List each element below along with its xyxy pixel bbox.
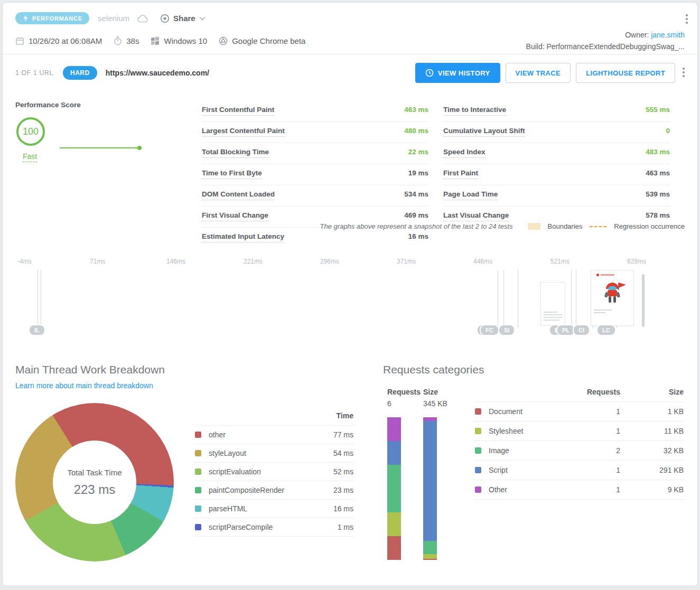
windows-icon bbox=[151, 36, 160, 45]
requests-table-row: Stylesheet111 KB bbox=[474, 422, 685, 441]
main-thread-heading: Main Thread Work Breakdown bbox=[15, 363, 354, 376]
regression-dash-icon bbox=[590, 226, 606, 227]
request-size: 1 KB bbox=[620, 407, 684, 416]
requests-table-header: . Requests Size bbox=[474, 383, 685, 402]
performance-badge: PERFORMANCE bbox=[15, 12, 89, 24]
metric-value: 555 ms bbox=[646, 106, 670, 114]
legend-label: parseHTML bbox=[209, 504, 247, 513]
view-history-label: VIEW HISTORY bbox=[438, 69, 490, 77]
legend-value: 77 ms bbox=[333, 430, 353, 439]
timeline-marker-line bbox=[498, 270, 498, 328]
timeline-marker-line bbox=[571, 270, 572, 328]
metric-value: 19 ms bbox=[408, 169, 428, 177]
filmstrip-thumbnail-blank[interactable] bbox=[540, 282, 565, 325]
metric-label: Speed Index bbox=[443, 148, 486, 158]
request-count: 2 bbox=[541, 446, 620, 455]
legend-value: 16 ms bbox=[333, 504, 353, 513]
metric-row: Total Blocking Time22 ms bbox=[202, 143, 428, 164]
filmstrip-thumbnail-robot[interactable] bbox=[591, 270, 634, 326]
requests-size-bar bbox=[423, 417, 437, 560]
category-swatch bbox=[475, 486, 481, 493]
report-header: PERFORMANCE selenium Share bbox=[3, 3, 697, 54]
metric-value: 539 ms bbox=[646, 190, 670, 198]
bar-segment-other bbox=[423, 417, 437, 421]
cloud-icon bbox=[137, 14, 148, 23]
timeline-marker-pill-si: SI bbox=[498, 324, 515, 336]
legend-value: 54 ms bbox=[333, 449, 353, 457]
bar-segment-stylesheet bbox=[423, 554, 437, 559]
request-count: 1 bbox=[541, 407, 620, 416]
url-kebab-menu[interactable] bbox=[683, 68, 685, 79]
view-history-button[interactable]: VIEW HISTORY bbox=[415, 63, 500, 83]
metric-label: Largest Contentful Paint bbox=[202, 127, 285, 137]
metric-row: Estimated Input Latency16 ms bbox=[202, 228, 428, 248]
metrics-timeline: -4ms71ms146ms221ms296ms371ms446ms521ms62… bbox=[15, 256, 685, 340]
request-size: 9 KB bbox=[620, 485, 684, 494]
request-count: 1 bbox=[541, 427, 620, 435]
request-category: Image bbox=[475, 446, 541, 455]
bar-segment-document bbox=[387, 536, 401, 560]
metric-label: First Paint bbox=[443, 169, 478, 179]
metric-row: Page Load Time539 ms bbox=[443, 185, 670, 207]
legend-value: 52 ms bbox=[333, 467, 353, 476]
category-swatch bbox=[475, 467, 481, 473]
owner-link[interactable]: jane.smith bbox=[651, 31, 685, 39]
size-total-value: 345 KB bbox=[423, 399, 447, 408]
legend-swatch bbox=[195, 487, 201, 493]
bar-segment-image bbox=[387, 465, 401, 512]
legend-row: other77 ms bbox=[194, 426, 354, 444]
timeline-tick: 446ms bbox=[473, 258, 492, 265]
view-trace-button[interactable]: VIEW TRACE bbox=[506, 63, 571, 83]
chrome-icon bbox=[219, 36, 228, 45]
legend-swatch bbox=[195, 450, 201, 456]
metric-row: Speed Index483 ms bbox=[443, 143, 670, 164]
metric-value: 463 ms bbox=[404, 106, 428, 114]
url-count-label: 1 OF 1 URL bbox=[15, 69, 53, 77]
bar-segment-stylesheet bbox=[387, 512, 401, 536]
metric-row: Time to First Byte19 ms bbox=[202, 164, 428, 185]
legend-value: 23 ms bbox=[333, 486, 353, 494]
size-total-label: Size bbox=[423, 388, 447, 396]
requests-total-value: 6 bbox=[387, 399, 421, 408]
performance-score-block: Performance Score 100 Fast bbox=[15, 101, 202, 248]
url-bar: 1 OF 1 URL HARD https://www.saucedemo.co… bbox=[3, 54, 697, 90]
share-button[interactable]: Share bbox=[160, 14, 204, 23]
main-thread-legend: Time other77 msstyleLayout54 msscriptEva… bbox=[194, 408, 354, 561]
size-column-header: Size bbox=[620, 388, 684, 396]
metric-label: Last Visual Change bbox=[443, 211, 509, 221]
legend-row: scriptParseCompile1 ms bbox=[194, 518, 354, 537]
timeline-tick: 371ms bbox=[397, 258, 416, 265]
timeline-marker-line bbox=[503, 270, 504, 328]
request-category: Other bbox=[475, 485, 541, 494]
saucelabs-logo-icon bbox=[596, 274, 633, 276]
timeline-marker-line bbox=[518, 270, 518, 328]
metric-label: Cumulative Layout Shift bbox=[443, 127, 525, 137]
metric-value: 22 ms bbox=[408, 148, 428, 156]
legend-row: styleLayout54 ms bbox=[194, 444, 354, 463]
bar-segment-script bbox=[423, 421, 437, 541]
chevron-down-icon[interactable] bbox=[199, 14, 205, 20]
metric-label: Total Blocking Time bbox=[202, 148, 269, 158]
metrics-section: Performance Score 100 Fast First Content… bbox=[3, 90, 697, 248]
legend-label: paintCompositeRender bbox=[209, 486, 284, 494]
metric-label: First Contentful Paint bbox=[202, 106, 274, 116]
metric-value: 463 ms bbox=[646, 169, 670, 177]
main-thread-donut-chart: Total Task Time 223 ms bbox=[15, 403, 174, 561]
legend-swatch bbox=[195, 432, 201, 438]
main-thread-learn-link[interactable]: Learn more about main thread breakdown bbox=[15, 381, 153, 390]
header-kebab-menu[interactable] bbox=[686, 14, 688, 25]
requests-stacked-bars: Requests 6 Size 345 KB bbox=[383, 388, 462, 567]
score-history-sparkline bbox=[60, 147, 140, 148]
performance-report-card: PERFORMANCE selenium Share bbox=[2, 2, 698, 586]
metric-label: Estimated Input Latency bbox=[202, 232, 284, 242]
score-circle: 100 bbox=[16, 117, 45, 146]
timeline-marker-line bbox=[41, 270, 41, 328]
legend-swatch bbox=[195, 524, 201, 530]
lighthouse-report-button[interactable]: LIGHTHOUSE REPORT bbox=[576, 63, 675, 83]
requests-table-row: Image232 KB bbox=[474, 441, 685, 461]
request-category: Script bbox=[475, 466, 541, 474]
timeline-marker-pill-il: IL bbox=[29, 324, 45, 336]
requests-table-row: Other19 KB bbox=[474, 480, 685, 500]
requests-total: Requests 6 bbox=[387, 388, 421, 408]
calendar-icon bbox=[15, 36, 24, 45]
